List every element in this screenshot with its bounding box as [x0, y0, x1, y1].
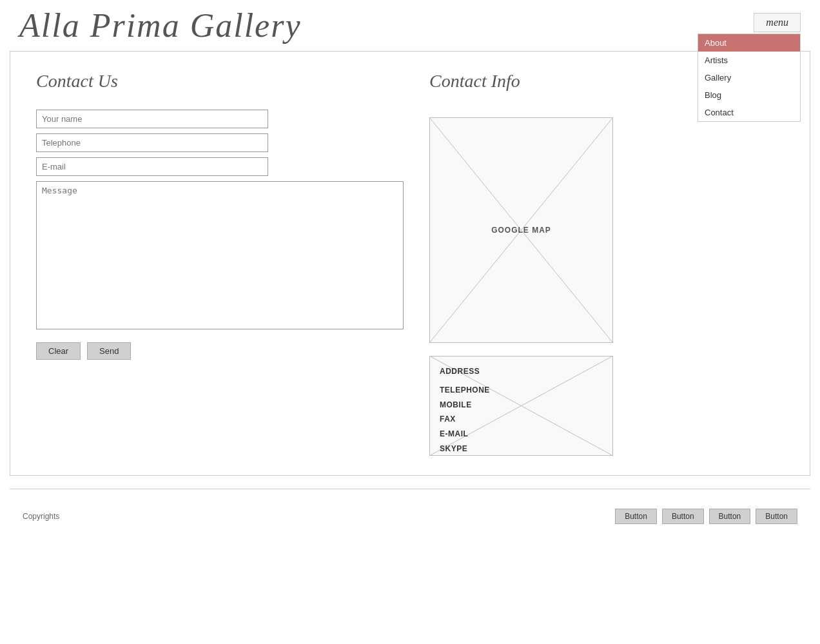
nav-item-blog[interactable]: Blog: [698, 86, 800, 104]
address-label: ADDRESS: [440, 364, 603, 379]
site-logo: Alla Prima Gallery: [19, 6, 302, 44]
telephone-input[interactable]: [36, 133, 268, 152]
nav-item-about[interactable]: About: [698, 34, 800, 52]
menu-button[interactable]: menu: [754, 13, 801, 32]
nav-dropdown: About Artists Gallery Blog Contact: [698, 34, 801, 122]
contact-info-text: ADDRESS TELEPHONE MOBILE FAX E-MAIL SKYP…: [440, 364, 603, 456]
contact-form-section: Contact Us Clear Send: [36, 71, 404, 456]
content-grid: Contact Us Clear Send Contact Info GOOGL…: [36, 71, 784, 456]
nav-item-gallery[interactable]: Gallery: [698, 69, 800, 86]
telephone-label: TELEPHONE: [440, 383, 603, 398]
clear-button[interactable]: Clear: [36, 342, 81, 360]
fax-label: FAX: [440, 412, 603, 427]
main-content: Contact Us Clear Send Contact Info GOOGL…: [10, 51, 810, 476]
name-input[interactable]: [36, 110, 268, 128]
footer-button-1[interactable]: Button: [615, 509, 657, 524]
form-buttons: Clear Send: [36, 342, 404, 360]
nav-item-contact[interactable]: Contact: [698, 104, 800, 121]
mobile-label: MOBILE: [440, 398, 603, 413]
footer-buttons: Button Button Button Button: [615, 509, 797, 524]
footer-button-2[interactable]: Button: [662, 509, 704, 524]
copyright-text: Copyrights: [23, 512, 59, 521]
skype-label: SKYPE: [440, 442, 603, 456]
nav-container: menu About Artists Gallery Blog Contact: [754, 13, 801, 32]
contact-info-section: Contact Info GOOGLE MAP ADDRESS T: [429, 71, 784, 456]
google-map-placeholder: GOOGLE MAP: [429, 117, 613, 343]
nav-item-artists[interactable]: Artists: [698, 52, 800, 69]
footer: Copyrights Button Button Button Button: [10, 489, 810, 543]
contact-fields: TELEPHONE MOBILE FAX E-MAIL SKYPE: [440, 383, 603, 456]
map-label: GOOGLE MAP: [491, 226, 551, 235]
footer-button-3[interactable]: Button: [709, 509, 751, 524]
contact-us-title: Contact Us: [36, 71, 404, 92]
contact-details-placeholder: ADDRESS TELEPHONE MOBILE FAX E-MAIL SKYP…: [429, 356, 613, 456]
message-textarea[interactable]: [36, 181, 404, 329]
send-button[interactable]: Send: [87, 342, 131, 360]
email-input[interactable]: [36, 157, 268, 176]
footer-button-4[interactable]: Button: [756, 509, 797, 524]
email-label: E-MAIL: [440, 427, 603, 442]
header: Alla Prima Gallery menu About Artists Ga…: [0, 0, 820, 51]
